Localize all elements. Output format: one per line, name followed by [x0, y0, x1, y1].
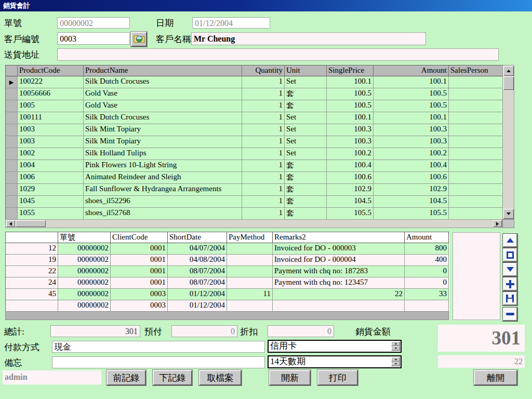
memo-field[interactable] — [52, 356, 265, 368]
cell-price[interactable]: 100.1 — [327, 112, 374, 124]
cell-amount[interactable]: 0 — [405, 277, 449, 289]
payment-method-field[interactable]: 現金 — [52, 341, 265, 353]
next-record-button[interactable] — [503, 263, 517, 276]
cell-order[interactable]: 00000002 — [58, 277, 111, 289]
cell-sales[interactable] — [449, 76, 503, 88]
vscroll-thumb[interactable] — [503, 76, 514, 90]
cell-qty[interactable]: 1 — [242, 196, 285, 208]
cell-unit[interactable]: 套 — [285, 88, 327, 100]
cell-amount[interactable]: 104.5 — [374, 196, 449, 208]
cell-client[interactable]: 0001 — [111, 255, 168, 266]
column-header[interactable]: ProductName — [84, 65, 242, 76]
column-header[interactable]: Quantity — [242, 65, 285, 76]
hscroll-thumb[interactable] — [16, 220, 46, 227]
cell-amount[interactable]: 100.5 — [374, 100, 449, 112]
cell-qty[interactable]: 1 — [242, 100, 285, 112]
cell-unit[interactable]: 套 — [285, 160, 327, 172]
cell-amount[interactable]: 100.1 — [374, 76, 449, 88]
cell-order[interactable]: 00000002 — [58, 289, 111, 300]
terms-combo[interactable]: 14天數期 — [268, 355, 402, 368]
cell-amount[interactable]: 100.4 — [374, 160, 449, 172]
column-header[interactable]: Remarks2 — [273, 232, 405, 243]
cell-price[interactable]: 100.1 — [327, 76, 374, 88]
cell-remarks[interactable]: Invoiced for DO - 000004 — [273, 255, 405, 266]
cell-code[interactable]: 1006 — [18, 172, 84, 184]
cell-sales[interactable] — [449, 112, 503, 124]
cell-name[interactable]: Gold Vase — [84, 88, 242, 100]
cell-client[interactable]: 0001 — [111, 277, 168, 289]
cell-code[interactable]: 1002 — [18, 148, 84, 160]
cell-pay[interactable] — [227, 243, 273, 255]
cell-amount[interactable]: 800 — [405, 243, 449, 255]
cell-price[interactable]: 100.2 — [327, 148, 374, 160]
first-record-button[interactable] — [503, 234, 517, 247]
scroll-up-icon[interactable] — [503, 66, 514, 76]
client-lookup-button[interactable] — [131, 32, 147, 47]
cell-date[interactable]: 08/07/2004 — [168, 277, 227, 289]
cell-amount[interactable]: 100.5 — [374, 88, 449, 100]
cell-price[interactable]: 105.5 — [327, 208, 374, 220]
cell-unit[interactable]: Set — [285, 148, 327, 160]
cell-amount[interactable]: 100.1 — [374, 112, 449, 124]
cell-amount[interactable]: 100.3 — [374, 124, 449, 136]
cell-order[interactable]: 00000002 — [58, 300, 111, 312]
cell-qty[interactable]: 1 — [242, 208, 285, 220]
spinner-down-icon[interactable] — [391, 346, 400, 351]
cell-id[interactable]: 22 — [6, 266, 58, 277]
scroll-left-icon[interactable] — [6, 220, 15, 227]
cell-unit[interactable]: 套 — [285, 172, 327, 184]
spinner-up-icon[interactable] — [391, 357, 400, 362]
cell-id[interactable]: 19 — [6, 255, 58, 266]
cell-amount[interactable]: 0 — [405, 266, 449, 277]
row-selector[interactable] — [6, 136, 18, 148]
cell-amount[interactable]: 105.5 — [374, 208, 449, 220]
cell-id[interactable]: 45 — [6, 289, 58, 300]
cell-sales[interactable] — [449, 148, 503, 160]
get-file-button[interactable]: 取檔案 — [199, 370, 242, 385]
cell-amount[interactable]: 400 — [405, 255, 449, 266]
row-selector[interactable] — [6, 88, 18, 100]
column-header[interactable]: Unit — [285, 65, 327, 76]
payment-type-combo[interactable]: 信用卡 — [268, 340, 402, 353]
cell-unit[interactable]: Set — [285, 124, 327, 136]
cell-date[interactable]: 04/07/2004 — [168, 243, 227, 255]
cell-code[interactable]: 1004 — [18, 160, 84, 172]
prev-record-button[interactable]: 前記錄 — [107, 370, 146, 385]
cell-amount[interactable]: 100.2 — [374, 148, 449, 160]
cell-sales[interactable] — [449, 100, 503, 112]
cell-unit[interactable]: Set — [285, 76, 327, 88]
cell-pay[interactable] — [227, 266, 273, 277]
cell-amount[interactable] — [405, 300, 449, 312]
cell-sales[interactable] — [449, 124, 503, 136]
cell-code[interactable]: 100222 — [18, 76, 84, 88]
cell-order[interactable]: 00000002 — [58, 255, 111, 266]
column-header[interactable]: 單號 — [58, 232, 111, 243]
cell-qty[interactable]: 1 — [242, 136, 285, 148]
row-selector[interactable] — [6, 100, 18, 112]
scroll-down-icon[interactable] — [503, 209, 514, 219]
cell-unit[interactable]: 套 — [285, 100, 327, 112]
cell-sales[interactable] — [449, 208, 503, 220]
cell-amount[interactable]: 100.3 — [374, 136, 449, 148]
cell-order[interactable]: 00000002 — [58, 266, 111, 277]
cell-name[interactable]: Pink Flowers 10-Light String — [84, 160, 242, 172]
cell-name[interactable]: Silk Dutch Crocuses — [84, 76, 242, 88]
cell-pay[interactable] — [227, 300, 273, 312]
column-header[interactable]: SalesPerson — [449, 65, 503, 76]
column-header[interactable]: ShortDate — [168, 232, 227, 243]
cell-sales[interactable] — [449, 196, 503, 208]
cell-id[interactable]: 12 — [6, 243, 58, 255]
cell-remarks[interactable]: Payment with chq no: 187283 — [273, 266, 405, 277]
cell-id[interactable]: 24 — [6, 277, 58, 289]
column-header[interactable]: ClientCode — [111, 232, 168, 243]
spinner-up-icon[interactable] — [391, 341, 400, 346]
spinner-down-icon[interactable] — [391, 362, 400, 366]
cell-name[interactable]: Gold Vase — [84, 100, 242, 112]
cell-price[interactable]: 104.5 — [327, 196, 374, 208]
cell-unit[interactable]: 套 — [285, 196, 327, 208]
new-button[interactable]: 開新 — [269, 370, 311, 385]
row-selector[interactable] — [6, 148, 18, 160]
cell-qty[interactable]: 1 — [242, 88, 285, 100]
next-record-button-bottom[interactable]: 下記錄 — [153, 370, 192, 385]
cell-price[interactable]: 100.3 — [327, 136, 374, 148]
